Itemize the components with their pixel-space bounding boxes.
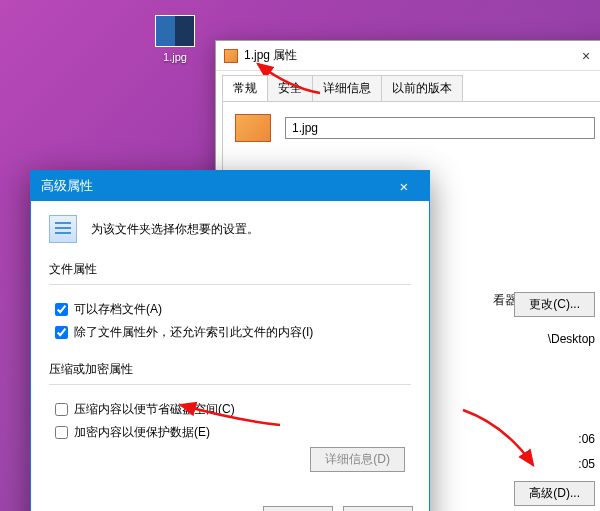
file-attributes-label: 文件属性 [49,261,411,278]
encrypt-checkbox-row[interactable]: 加密内容以便保护数据(E) [55,424,405,441]
tab-details[interactable]: 详细信息 [312,75,382,101]
desktop-file-icon[interactable]: 1.jpg [145,15,205,63]
properties-titlebar[interactable]: 1.jpg 属性 × [216,41,600,71]
archive-checkbox-label: 可以存档文件(A) [74,301,162,318]
settings-list-icon [49,215,77,243]
close-icon[interactable]: × [566,48,600,64]
index-checkbox-label: 除了文件属性外，还允许索引此文件的内容(I) [74,324,313,341]
archive-checkbox-row[interactable]: 可以存档文件(A) [55,301,405,318]
index-checkbox-row[interactable]: 除了文件属性外，还允许索引此文件的内容(I) [55,324,405,341]
file-type-icon [235,114,271,142]
archive-checkbox[interactable] [55,303,68,316]
encrypt-checkbox-label: 加密内容以便保护数据(E) [74,424,210,441]
advanced-attributes-dialog: 高级属性 × 为该文件夹选择你想要的设置。 文件属性 可以存档文件(A) 除了文… [30,170,430,511]
advanced-titlebar[interactable]: 高级属性 × [31,171,429,201]
change-app-button[interactable]: 更改(C)... [514,292,595,317]
advanced-button[interactable]: 高级(D)... [514,481,595,506]
tab-security[interactable]: 安全 [267,75,313,101]
close-icon[interactable]: × [389,178,419,195]
advanced-title-text: 高级属性 [41,177,93,195]
cancel-button[interactable]: 取消 [343,506,413,511]
index-checkbox[interactable] [55,326,68,339]
encrypt-checkbox[interactable] [55,426,68,439]
compress-checkbox[interactable] [55,403,68,416]
location-fragment: \Desktop [548,332,595,346]
desktop-file-label: 1.jpg [145,51,205,63]
properties-title-text: 1.jpg 属性 [244,47,297,64]
compress-checkbox-label: 压缩内容以便节省磁盘空间(C) [74,401,235,418]
time-fragment-1: :06 [578,432,595,446]
details-button: 详细信息(D) [310,447,405,472]
compress-checkbox-row[interactable]: 压缩内容以便节省磁盘空间(C) [55,401,405,418]
tab-previous-versions[interactable]: 以前的版本 [381,75,463,101]
image-thumbnail-icon [155,15,195,47]
ok-button[interactable]: 确定 [263,506,333,511]
filename-input[interactable] [285,117,595,139]
image-file-icon [224,49,238,63]
compress-encrypt-label: 压缩或加密属性 [49,361,411,378]
tab-general[interactable]: 常规 [222,75,268,101]
advanced-instruction: 为该文件夹选择你想要的设置。 [91,221,259,238]
properties-tabs: 常规 安全 详细信息 以前的版本 [222,75,600,101]
time-fragment-2: :05 [578,457,595,471]
